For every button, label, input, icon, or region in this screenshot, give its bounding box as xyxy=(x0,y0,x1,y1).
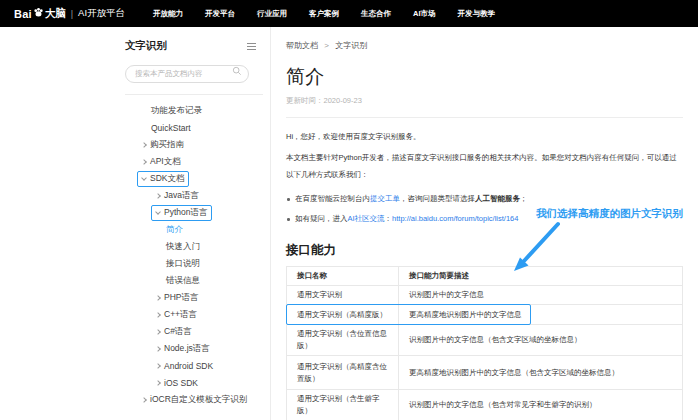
updated-label: 更新时间： xyxy=(286,96,324,105)
sidebar-item-label: 简介 xyxy=(166,224,183,236)
sidebar-item-csharp[interactable]: C#语言 xyxy=(125,324,262,341)
table-row-3: 通用文字识别（含位置信息版）识别图片中的文字信息（包含文字区域的坐标信息） xyxy=(287,325,683,356)
search-input[interactable] xyxy=(125,65,249,83)
breadcrumb-current[interactable]: 文字识别 xyxy=(335,41,367,50)
navbar-menu: 开放能力开发平台行业应用客户案例生态合作AI市场开发与教学 xyxy=(153,9,495,19)
inline-text: 在百度智能云控制台内 xyxy=(295,194,370,203)
sidebar-item-label: iOCR自定义模板文字识别 xyxy=(150,394,247,406)
sidebar-item-error-info[interactable]: 错误信息 xyxy=(125,273,262,290)
sidebar-item-php[interactable]: PHP语言 xyxy=(125,290,262,307)
inline-text: 人工智能服务 xyxy=(475,194,520,203)
sidebar-item-label: PHP语言 xyxy=(164,292,198,304)
nav-item-customer-cases[interactable]: 客户案例 xyxy=(309,9,339,19)
nav-item-dev-platform[interactable]: 开发平台 xyxy=(205,9,235,19)
sidebar-item-buy-guide[interactable]: 购买指南 xyxy=(125,137,262,154)
logo-product-name: AI开放平台 xyxy=(78,7,125,20)
sidebar-item-label: iOS SDK xyxy=(164,378,198,388)
highlight-box: SDK文档 xyxy=(137,171,189,187)
updated-date: 2020-09-23 xyxy=(324,96,362,105)
inline-link[interactable]: 提交工单 xyxy=(370,194,400,203)
intro-paragraph: 本文档主要针对Python开发者，描述百度文字识别接口服务的相关技术内容。如果您… xyxy=(286,149,683,183)
sidebar-item-iocr[interactable]: iOCR自定义模板文字识别 xyxy=(125,392,262,409)
sidebar-item-api-doc[interactable]: API文档 xyxy=(125,154,262,171)
sidebar-item-android-sdk[interactable]: Android SDK xyxy=(125,358,262,375)
sidebar-item-python[interactable]: Python语言 xyxy=(125,205,262,222)
chevron-right-icon xyxy=(155,312,161,318)
baidu-logo[interactable]: Bai 大脑 | AI开放平台 xyxy=(14,7,125,21)
sidebar-item-label: 接口说明 xyxy=(166,258,200,270)
sidebar-item-api-desc[interactable]: 接口说明 xyxy=(125,256,262,273)
nav-item-industry-apps[interactable]: 行业应用 xyxy=(257,9,287,19)
table-row-2: 通用文字识别（高精度版）更高精度地识别图片中的文字信息 xyxy=(287,305,683,325)
sidebar-item-wrap: Java语言 xyxy=(151,188,204,204)
chevron-right-icon xyxy=(155,363,161,369)
chevron-right-icon xyxy=(155,329,161,335)
sidebar-item-label: Java语言 xyxy=(164,190,199,202)
sidebar-item-wrap: Android SDK xyxy=(151,359,218,373)
sidebar-item-wrap: 快速入门 xyxy=(161,239,205,255)
chevron-down-icon xyxy=(155,209,161,215)
chevron-right-icon xyxy=(141,397,147,403)
breadcrumb: 帮助文档 > 文字识别 xyxy=(286,40,683,51)
sidebar-item-label: 错误信息 xyxy=(166,275,200,287)
inline-link[interactable]: AI社区交流 xyxy=(348,214,385,223)
sidebar-item-quick-begin[interactable]: 快速入门 xyxy=(125,239,262,256)
sidebar-item-intro[interactable]: 简介 xyxy=(125,222,262,239)
sidebar-item-wrap: iOCR自定义模板文字识别 xyxy=(137,392,252,408)
inline-link[interactable]: http://ai.baidu.com/forum/topic/list/164 xyxy=(392,214,518,223)
inline-text: 如有疑问，进入 xyxy=(295,214,348,223)
breadcrumb-help-docs[interactable]: 帮助文档 xyxy=(286,41,318,50)
sidebar-item-label: Android SDK xyxy=(164,361,213,371)
sidebar-item-wrap: 功能发布记录 xyxy=(146,103,207,119)
sidebar-item-label: SDK文档 xyxy=(150,173,184,185)
nav-item-dev-teaching[interactable]: 开发与教学 xyxy=(458,9,496,19)
search-icon xyxy=(232,66,242,76)
table-header-row: 接口名称 接口能力简要描述 xyxy=(287,267,683,286)
col-header-api-name: 接口名称 xyxy=(287,267,399,286)
logo-text-brain: 大脑 xyxy=(45,7,66,21)
api-name-cell: 通用文字识别（含位置信息版） xyxy=(287,325,399,356)
sidebar-item-wrap: 购买指南 xyxy=(137,137,189,153)
paw-icon xyxy=(33,7,44,18)
sidebar-item-quickstart[interactable]: QuickStart xyxy=(125,120,262,137)
sidebar-item-cpp[interactable]: C++语言 xyxy=(125,307,262,324)
page-title: 简介 xyxy=(286,64,683,90)
api-name-cell: 通用文字识别 xyxy=(287,286,399,305)
annotation-arrow-icon xyxy=(505,220,567,278)
updated-time: 更新时间：2020-09-23 xyxy=(286,96,683,106)
table-row-1: 通用文字识别识别图片中的文字信息 xyxy=(287,286,683,305)
nav-item-open-ability[interactable]: 开放能力 xyxy=(153,9,183,19)
sidebar-item-label: C++语言 xyxy=(164,309,197,321)
sidebar-item-nodejs[interactable]: Node.js语言 xyxy=(125,341,262,358)
nav-item-ai-market[interactable]: AI市场 xyxy=(413,9,436,19)
sidebar-item-java[interactable]: Java语言 xyxy=(125,188,262,205)
hamburger-icon[interactable] xyxy=(245,41,258,52)
table-row-4: 通用文字识别（高精度含位置版）更高精度地识别图片中的文字信息（包含文字区域的坐标… xyxy=(287,356,683,390)
doc-search-box xyxy=(125,62,249,83)
sidebar-item-label: 购买指南 xyxy=(150,139,184,151)
sidebar-item-label: C#语言 xyxy=(164,326,192,338)
breadcrumb-separator: > xyxy=(324,41,329,50)
api-desc-cell: 识别图片中的文字信息（包含对常见字和生僻字的识别） xyxy=(399,390,683,420)
chevron-right-icon xyxy=(141,142,147,148)
sidebar-item-label: 功能发布记录 xyxy=(151,105,202,117)
sidebar-item-wrap: C++语言 xyxy=(151,307,202,323)
docs-sidebar: 文字识别 功能发布记录QuickStart购买指南API文档SDK文档Java语… xyxy=(110,27,271,420)
sidebar-item-sdk-doc[interactable]: SDK文档 xyxy=(125,171,262,188)
sidebar-item-label: 快速入门 xyxy=(166,241,200,253)
sidebar-item-wrap: 错误信息 xyxy=(161,273,205,289)
chevron-right-icon xyxy=(155,193,161,199)
sidebar-title: 文字识别 xyxy=(125,39,167,53)
annotation-callout: 我们选择高精度的图片文字识别 xyxy=(536,207,683,221)
chevron-right-icon xyxy=(155,346,161,352)
greeting-text: Hi，您好，欢迎使用百度文字识别服务。 xyxy=(286,128,683,145)
api-desc-cell: 识别图片中的文字信息（包含文字区域的坐标信息） xyxy=(399,325,683,356)
logo-text-bai: Bai xyxy=(14,8,32,20)
highlight-box: Python语言 xyxy=(151,205,212,221)
sidebar-item-feature-log[interactable]: 功能发布记录 xyxy=(125,103,262,120)
sidebar-item-wrap: QuickStart xyxy=(146,121,196,135)
sidebar-item-wrap: C#语言 xyxy=(151,324,197,340)
sidebar-divider xyxy=(125,94,263,95)
nav-item-eco-coop[interactable]: 生态合作 xyxy=(361,9,391,19)
sidebar-item-ios-sdk[interactable]: iOS SDK xyxy=(125,375,262,392)
